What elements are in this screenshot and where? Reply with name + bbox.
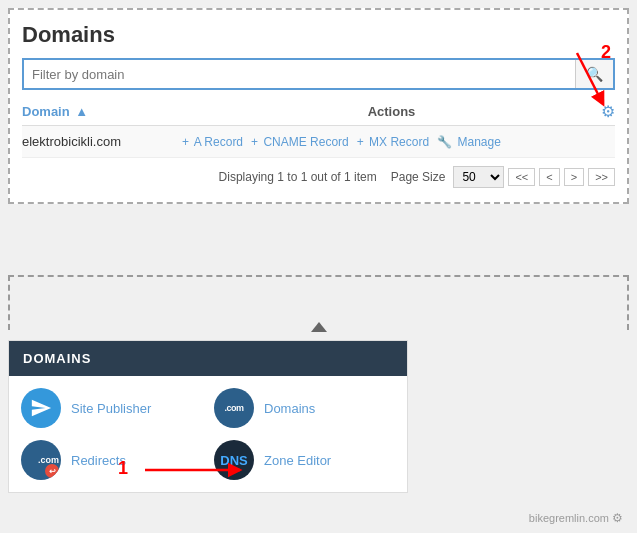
connector-top (8, 275, 629, 277)
pagination-row: Displaying 1 to 1 out of 1 item Page Siz… (22, 158, 615, 190)
bottom-panel-header: DOMAINS (9, 341, 407, 376)
domains-icon: .com (214, 388, 254, 428)
zoneeditor-label[interactable]: Zone Editor (264, 453, 331, 468)
redirect-badge: ↩ (45, 464, 59, 478)
connector-right (627, 275, 629, 330)
sitepublisher-item[interactable]: Site Publisher (21, 388, 202, 428)
actions-column-header: Actions (182, 104, 601, 119)
page-info: Displaying 1 to 1 out of 1 item (219, 170, 377, 184)
page-title: Domains (22, 22, 615, 48)
cname-record-link[interactable]: + CNAME Record (251, 135, 349, 149)
domain-name: elektrobicikli.com (22, 134, 182, 149)
redirects-icon: .com ↩ (21, 440, 61, 480)
plus-icon: + (182, 135, 189, 149)
sitepublisher-label[interactable]: Site Publisher (71, 401, 151, 416)
mx-record-link[interactable]: + MX Record (357, 135, 429, 149)
domain-actions: + A Record + CNAME Record + MX Record 🔧 … (182, 135, 615, 149)
arrow-1-svg (140, 456, 250, 484)
page-size-select[interactable]: 50 25 100 (453, 166, 504, 188)
arrow-2-svg (557, 48, 617, 118)
top-panel: Domains 🔍 Domain ▲ Actions ⚙ elektrobici… (8, 8, 629, 204)
first-page-button[interactable]: << (508, 168, 535, 186)
a-record-link[interactable]: + A Record (182, 135, 243, 149)
page-size-label: Page Size (391, 170, 446, 184)
domains-label[interactable]: Domains (264, 401, 315, 416)
manage-link[interactable]: 🔧 Manage (437, 135, 501, 149)
sitepublisher-icon (21, 388, 61, 428)
next-page-button[interactable]: > (564, 168, 584, 186)
domain-column-header[interactable]: Domain ▲ (22, 104, 182, 119)
plus-icon-2: + (251, 135, 258, 149)
search-row: 🔍 (22, 58, 615, 90)
watermark-gear-icon: ⚙ (612, 511, 623, 525)
prev-page-button[interactable]: < (539, 168, 559, 186)
last-page-button[interactable]: >> (588, 168, 615, 186)
domains-item[interactable]: .com Domains (214, 388, 395, 428)
svg-line-0 (577, 53, 601, 100)
search-input[interactable] (24, 61, 575, 88)
plus-icon-3: + (357, 135, 364, 149)
connector-arrow-up (311, 322, 327, 332)
connector-left (8, 275, 10, 330)
domain-row: elektrobicikli.com + A Record + CNAME Re… (22, 126, 615, 158)
table-header: Domain ▲ Actions ⚙ (22, 98, 615, 126)
annotation-1-label: 1 (118, 458, 128, 479)
wrench-icon: 🔧 (437, 135, 452, 149)
sort-arrow-icon: ▲ (75, 104, 88, 119)
watermark: bikegremlin.com ⚙ (529, 511, 623, 525)
